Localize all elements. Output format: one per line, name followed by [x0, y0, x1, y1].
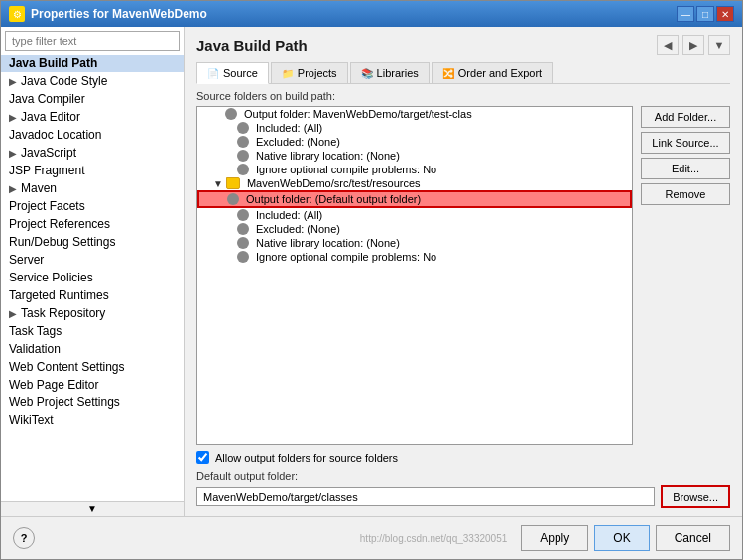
expand-arrow-icon: ▶ [9, 148, 17, 159]
tree-item[interactable]: Ignore optional compile problems: No [197, 250, 632, 264]
filter-input[interactable] [5, 31, 180, 51]
tree-item[interactable]: Native library location: (None) [197, 236, 632, 250]
tab-source[interactable]: 📄Source [196, 62, 269, 84]
tab-projects[interactable]: 📁Projects [271, 62, 348, 83]
sidebar-item-project-facets[interactable]: Project Facets [1, 197, 184, 215]
allow-output-folders-label: Allow output folders for source folders [215, 452, 398, 464]
sidebar-item-server[interactable]: Server [1, 251, 184, 269]
nav-dropdown-button[interactable]: ▼ [708, 35, 730, 55]
tree-item-label: Output folder: (Default output folder) [246, 193, 421, 205]
sidebar-item-web-project-settings[interactable]: Web Project Settings [1, 393, 184, 411]
expand-arrow-icon: ▶ [9, 308, 17, 319]
panel-nav: ◀ ▶ ▼ [657, 35, 730, 55]
help-button[interactable]: ? [13, 527, 35, 549]
sidebar-item-label: Javadoc Location [9, 128, 101, 142]
sidebar-item-wikitext[interactable]: WikiText [1, 411, 184, 429]
sidebar-item-task-tags[interactable]: Task Tags [1, 322, 184, 340]
sidebar-item-targeted-runtimes[interactable]: Targeted Runtimes [1, 286, 184, 304]
edit-button[interactable]: Edit... [641, 158, 730, 179]
tree-item[interactable]: Included: (All) [197, 121, 632, 135]
tree-item[interactable]: Native library location: (None) [197, 149, 632, 163]
close-button[interactable]: ✕ [716, 6, 734, 22]
tree-panel-wrapper: Output folder: MavenWebDemo/target/test-… [196, 106, 730, 445]
tabs-bar: 📄Source📁Projects📚Libraries🔀Order and Exp… [196, 62, 730, 84]
tab-label: Source [223, 67, 258, 79]
gear-icon [237, 223, 249, 235]
tree-item[interactable]: Output folder: MavenWebDemo/target/test-… [197, 107, 632, 121]
sidebar-item-label: Server [9, 253, 44, 267]
default-output-folder-label: Default output folder: [196, 470, 730, 482]
sidebar-item-label: Validation [9, 342, 61, 356]
gear-icon [237, 136, 249, 148]
tree-item[interactable]: Included: (All) [197, 208, 632, 222]
sidebar-item-label: Java Editor [21, 110, 80, 124]
sidebar-item-java-editor[interactable]: ▶Java Editor [1, 108, 184, 126]
tree-item-label: Native library location: (None) [256, 237, 400, 249]
tab-label: Projects [298, 67, 337, 79]
ok-button[interactable]: OK [594, 525, 649, 551]
browse-button[interactable]: Browse... [661, 485, 730, 508]
title-bar-left: ⚙ Properties for MavenWebDemo [9, 6, 207, 22]
sidebar-item-service-policies[interactable]: Service Policies [1, 269, 184, 286]
sidebar-item-javadoc-location[interactable]: Javadoc Location [1, 126, 184, 144]
tree-item-label: Native library location: (None) [256, 150, 400, 162]
sidebar-item-label: Web Page Editor [9, 378, 99, 392]
tree-item-label: Ignore optional compile problems: No [256, 164, 436, 175]
sidebar-item-java-build-path[interactable]: Java Build Path [1, 55, 184, 72]
minimize-button[interactable]: — [677, 6, 694, 22]
cancel-button[interactable]: Cancel [656, 525, 730, 551]
tree-item-label: Included: (All) [256, 209, 322, 221]
sidebar: Java Build Path▶Java Code StyleJava Comp… [1, 27, 185, 516]
tree-item-label: MavenWebDemo/src/test/resources [247, 177, 421, 189]
expand-arrow-icon: ▶ [9, 112, 17, 123]
link-source-button[interactable]: Link Source... [641, 132, 730, 154]
sidebar-item-run-debug-settings[interactable]: Run/Debug Settings [1, 233, 184, 251]
tree-item[interactable]: Ignore optional compile problems: No [197, 163, 632, 176]
output-folder-input[interactable] [196, 487, 655, 506]
nav-forward-button[interactable]: ▶ [682, 35, 704, 55]
sidebar-item-java-compiler[interactable]: Java Compiler [1, 90, 184, 108]
tab-libraries[interactable]: 📚Libraries [350, 62, 430, 83]
apply-button[interactable]: Apply [521, 525, 588, 551]
sidebar-item-java-code-style[interactable]: ▶Java Code Style [1, 72, 184, 90]
nav-back-button[interactable]: ◀ [657, 35, 679, 55]
remove-button[interactable]: Remove [641, 183, 730, 205]
output-row: Browse... [196, 485, 730, 508]
sidebar-item-validation[interactable]: Validation [1, 340, 184, 358]
gear-icon [237, 209, 249, 221]
panel-header: Java Build Path ◀ ▶ ▼ [196, 35, 730, 55]
sidebar-item-web-content-settings[interactable]: Web Content Settings [1, 358, 184, 376]
maximize-button[interactable]: □ [696, 6, 714, 22]
gear-icon [237, 251, 249, 263]
order-export-tab-icon: 🔀 [442, 68, 454, 79]
sidebar-item-jsp-fragment[interactable]: JSP Fragment [1, 162, 184, 179]
tree-panel[interactable]: Output folder: MavenWebDemo/target/test-… [196, 106, 633, 445]
allow-output-folders-checkbox[interactable] [196, 451, 209, 464]
tree-item[interactable]: ▼MavenWebDemo/src/test/resources [197, 176, 632, 190]
sidebar-item-task-repository[interactable]: ▶Task Repository [1, 304, 184, 322]
sidebar-item-web-page-editor[interactable]: Web Page Editor [1, 376, 184, 393]
folder-icon [226, 177, 240, 189]
sidebar-item-label: Targeted Runtimes [9, 288, 109, 302]
watermark: http://blog.csdn.net/qq_33320051 [360, 533, 507, 544]
sidebar-item-project-references[interactable]: Project References [1, 215, 184, 233]
sidebar-list: Java Build Path▶Java Code StyleJava Comp… [1, 55, 184, 501]
tree-item[interactable]: Excluded: (None) [197, 135, 632, 149]
gear-icon [237, 237, 249, 249]
sidebar-item-maven[interactable]: ▶Maven [1, 179, 184, 197]
add-folder-button[interactable]: Add Folder... [641, 106, 730, 128]
dialog-window: ⚙ Properties for MavenWebDemo — □ ✕ Java… [0, 0, 743, 560]
sidebar-item-javascript[interactable]: ▶JavaScript [1, 144, 184, 162]
gear-icon [237, 150, 249, 162]
sidebar-item-label: Web Content Settings [9, 360, 125, 374]
gear-icon [237, 164, 249, 175]
content-area: Source folders on build path: Output fol… [196, 90, 730, 508]
sidebar-scroll-down[interactable]: ▼ [1, 501, 184, 516]
dialog-body: Java Build Path▶Java Code StyleJava Comp… [1, 27, 742, 516]
title-buttons: — □ ✕ [677, 6, 734, 22]
sidebar-item-label: Java Compiler [9, 92, 85, 106]
tab-order-export[interactable]: 🔀Order and Export [432, 62, 553, 83]
dialog-title: Properties for MavenWebDemo [31, 7, 207, 21]
tree-item[interactable]: Excluded: (None) [197, 222, 632, 236]
tree-item[interactable]: Output folder: (Default output folder) [197, 190, 632, 208]
